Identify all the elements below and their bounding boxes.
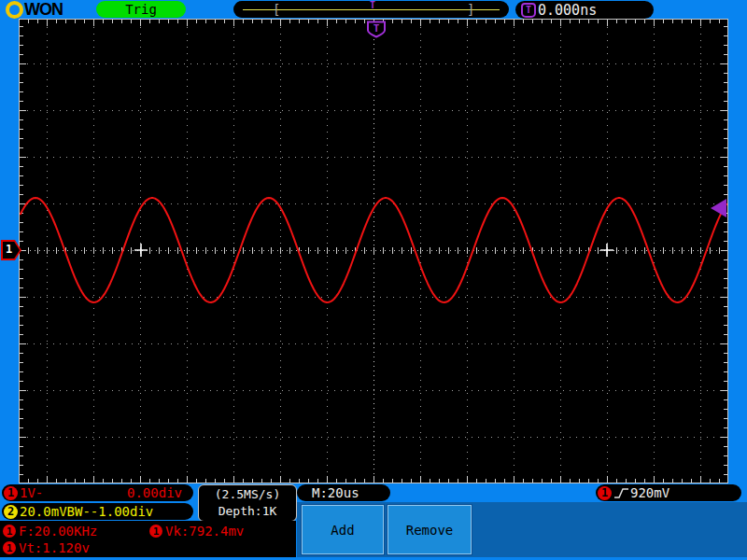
soft-menu-panel: Add Remove (297, 502, 747, 557)
logo-text: WON (24, 0, 63, 19)
trigger-level-arrow-icon[interactable] (711, 199, 726, 217)
channel1-position: 0.00div (127, 485, 182, 500)
trigger-window-left-bracket: [ (273, 2, 280, 17)
trigger-time-value: 0.000ns (538, 2, 597, 19)
rising-edge-icon (613, 486, 630, 500)
acquisition-readout: (2.5MS/s) Depth:1K (198, 484, 297, 522)
remove-button[interactable]: Remove (388, 505, 472, 554)
remove-button-label: Remove (406, 523, 454, 538)
trigger-level-value: 920mV (630, 485, 669, 500)
measurement-vtop-value: Vt:1.120v (19, 540, 90, 555)
measurements-panel: 1 F:20.00KHz 1 Vk:792.4mv 1 Vt:1.120v (0, 521, 296, 557)
measurement-frequency: 1 F:20.00KHz (3, 524, 97, 539)
timebase-readout: M:20us (297, 484, 390, 501)
add-button-label: Add (331, 523, 354, 538)
channel1-badge: 1 (4, 486, 18, 500)
trigger-position-marker-icon[interactable]: T (370, 0, 375, 10)
trigger-position-bar[interactable]: [ ] T (233, 1, 509, 18)
trig-status-label: Trig (125, 2, 157, 17)
channel1-readout: 1 1V- 0.00div (2, 484, 193, 501)
add-button[interactable]: Add (302, 505, 384, 554)
measurement-ch-badge: 1 (3, 541, 16, 554)
measurement-vrms-value: Vk:792.4mv (165, 524, 244, 539)
trigger-window-right-bracket: ] (467, 2, 474, 17)
channel2-readout: 2 20.0mVBW--1.00div (2, 503, 193, 520)
scope-screen: T (19, 19, 728, 483)
logo-ring-icon (6, 1, 23, 19)
measurement-ch-badge: 1 (149, 525, 162, 538)
channel1-scale: 1V- (20, 485, 43, 500)
bottom-status-area: 1 1V- 0.00div 2 20.0mVBW--1.00div (2.5MS… (0, 483, 747, 560)
memory-depth: Depth:1K (218, 503, 277, 520)
channel1-tag-label: 1 (6, 244, 12, 256)
trigger-level-readout: 1 920mV (596, 484, 741, 501)
measurement-vrms: 1 Vk:792.4mv (149, 524, 244, 539)
scope-screen-svg: T (19, 19, 728, 483)
owon-logo: WON (6, 0, 63, 19)
top-status-bar: WON Trig [ ] T T 0.000ns (0, 0, 747, 19)
measurement-vtop: 1 Vt:1.120v (3, 540, 90, 555)
trigger-time-readout: T 0.000ns (515, 1, 654, 19)
trigger-t-icon: T (521, 3, 536, 18)
svg-text:T: T (374, 22, 380, 35)
oscilloscope-ui: WON Trig [ ] T T 0.000ns T 1 1 1V- 0 (0, 0, 747, 560)
measurement-frequency-value: F:20.00KHz (19, 524, 97, 539)
trig-status-badge: Trig (96, 1, 186, 18)
channel2-settings: 20.0mVBW--1.00div (20, 504, 153, 519)
measurement-ch-badge: 1 (3, 525, 16, 538)
trigger-source-badge: 1 (598, 486, 612, 500)
sample-rate: (2.5MS/s) (215, 486, 280, 503)
channel2-badge: 2 (4, 505, 18, 519)
channel1-position-tag[interactable]: 1 (1, 240, 21, 260)
timebase-value: M:20us (312, 485, 359, 500)
